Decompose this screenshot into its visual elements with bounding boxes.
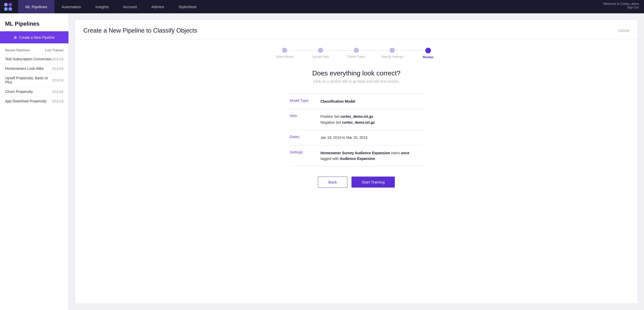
step-upload-sets[interactable]: Upload Sets: [303, 48, 338, 59]
review-content: Does everything look correct? Click on a…: [75, 64, 638, 304]
pipeline-date: 2/11/19: [52, 90, 63, 94]
sidebar: ML Pipelines ⊕ Create a New Pipeline Rec…: [0, 13, 69, 310]
logo-dot-1: [4, 3, 8, 6]
settings-tag: Audience Expansion: [340, 157, 375, 161]
sets-line-1: Positive Set cortex_demo.txt.gz: [320, 114, 375, 119]
nav-ml-pipelines[interactable]: ML Pipelines: [18, 0, 54, 13]
step-circle-specify-settings: [390, 48, 395, 53]
step-line-1: [285, 50, 320, 51]
back-button[interactable]: Back: [318, 177, 347, 188]
pipeline-name: Homeowners Look Alike: [5, 66, 44, 71]
pipeline-card: Create a New Pipeline to Classify Object…: [75, 20, 638, 304]
review-row-model-type: Model Type: Classification Model: [290, 94, 423, 109]
card-title: Create a New Pipeline to Classify Object…: [83, 27, 197, 34]
review-subtext: Click on a section title to go back and …: [96, 79, 617, 83]
pipeline-name: Test Subscription Conversion: [5, 57, 52, 61]
step-label-define-dates: Define Dates: [347, 55, 365, 59]
settings-line-1: Homeowner Survey Audience Expansion trai…: [320, 150, 409, 156]
logo: [4, 3, 12, 11]
review-label-dates[interactable]: Dates:: [290, 135, 320, 139]
review-value-settings: Homeowner Survey Audience Expansion trai…: [320, 150, 409, 162]
step-specify-settings[interactable]: Specify Settings: [374, 48, 410, 59]
logo-dot-4: [8, 7, 12, 11]
logo-dots: [4, 3, 12, 11]
step-circle-upload-sets: [318, 48, 323, 53]
topnav-user-info: Welcome to Cortex, demo Sign Out: [603, 2, 639, 9]
step-line-2: [320, 50, 356, 51]
step-label-review: Review: [423, 55, 433, 59]
pipeline-date: 2/11/19: [52, 99, 63, 103]
pipeline-name: App Download Propensity: [5, 99, 46, 103]
review-value-sets: Positive Set cortex_demo.txt.gz Negative…: [320, 114, 375, 125]
nav-stylesheet[interactable]: Stylesheet: [171, 0, 204, 13]
main-content: Create a New Pipeline to Classify Object…: [69, 13, 644, 310]
sets-line-2: Negative Set cortex_demo.txt.gz: [320, 120, 375, 125]
nav-admins[interactable]: Admins: [144, 0, 171, 13]
card-header: Create a New Pipeline to Classify Object…: [75, 20, 638, 40]
nav-insights[interactable]: Insights: [88, 0, 116, 13]
sidebar-headers: Recent Pipelines Last Trained: [0, 43, 68, 54]
review-table: Model Type: Classification Model Sets: P…: [290, 94, 423, 166]
review-label-settings[interactable]: Settings:: [290, 150, 320, 154]
step-circle-review: [425, 48, 431, 53]
pipeline-date: 2/11/19: [52, 78, 63, 82]
settings-name: Homeowner Survey Audience Expansion: [320, 151, 390, 155]
list-item[interactable]: Homeowners Look Alike 2/11/19: [0, 64, 68, 73]
settings-frequency: once: [401, 151, 409, 155]
review-row-settings: Settings: Homeowner Survey Audience Expa…: [290, 146, 423, 167]
start-training-button[interactable]: Start Training: [351, 177, 395, 188]
topnav: ML Pipelines Automation Insights Account…: [0, 0, 644, 13]
step-line-3: [356, 50, 392, 51]
review-row-sets: Sets: Positive Set cortex_demo.txt.gz Ne…: [290, 109, 423, 130]
last-trained-header: Last Trained: [45, 49, 63, 52]
review-label-model-type[interactable]: Model Type:: [290, 99, 320, 103]
main-layout: ML Pipelines ⊕ Create a New Pipeline Rec…: [0, 13, 644, 310]
list-item[interactable]: Test Subscription Conversion 2/21/19: [0, 54, 68, 64]
step-line-4: [392, 50, 428, 51]
button-row: Back Start Training: [96, 166, 617, 196]
logo-dot-2: [8, 3, 12, 6]
step-circle-define-dates: [354, 48, 359, 53]
review-value-model-type: Classification Model: [320, 99, 355, 104]
sidebar-title: ML Pipelines: [0, 13, 68, 31]
step-label-select-model: Select Model: [276, 55, 293, 59]
settings-line-2: tagged with Audience Expansion: [320, 156, 409, 161]
step-select-model[interactable]: Select Model: [267, 48, 303, 59]
review-heading: Does everything look correct?: [96, 69, 617, 77]
logo-dot-3: [4, 7, 8, 11]
step-review[interactable]: Review: [410, 48, 446, 59]
pipeline-name: Churn Propensity: [5, 90, 33, 94]
list-item[interactable]: Upsell Propensity: Basic to Plus 2/11/19: [0, 73, 68, 87]
model-type-value: Classification Model: [320, 99, 355, 103]
recent-header: Recent Pipelines: [5, 49, 30, 52]
step-label-specify-settings: Specify Settings: [381, 55, 403, 59]
create-btn-label: Create a New Pipeline: [19, 35, 55, 40]
signout-link[interactable]: Sign Out: [627, 6, 639, 9]
topnav-links: ML Pipelines Automation Insights Account…: [18, 0, 640, 13]
step-circle-select-model: [282, 48, 287, 53]
pipeline-date: 2/21/19: [52, 57, 63, 61]
plus-icon: ⊕: [14, 35, 17, 40]
cancel-button[interactable]: Cancel: [618, 28, 629, 33]
sets-positive-filename: cortex_demo.txt.gz: [340, 114, 373, 119]
create-new-pipeline-button[interactable]: ⊕ Create a New Pipeline: [0, 31, 68, 43]
nav-account[interactable]: Account: [116, 0, 144, 13]
sets-negative-filename: cortex_demo.txt.gz: [342, 120, 375, 124]
step-label-upload-sets: Upload Sets: [312, 55, 329, 59]
pipeline-name: Upsell Propensity: Basic to Plus: [5, 76, 52, 84]
nav-automation[interactable]: Automation: [54, 0, 88, 13]
recent-pipelines-section: Recent Pipelines Last Trained Test Subsc…: [0, 43, 68, 106]
review-label-sets[interactable]: Sets:: [290, 114, 320, 118]
list-item[interactable]: App Download Propensity 2/11/19: [0, 96, 68, 106]
list-item[interactable]: Churn Propensity 2/11/19: [0, 87, 68, 96]
review-row-dates: Dates: Jan 19, 2019 to Mar 20, 2019: [290, 130, 423, 145]
step-define-dates[interactable]: Define Dates: [338, 48, 374, 59]
steps-container: Select Model Upload Sets Define Dates: [75, 40, 638, 64]
review-value-dates: Jan 19, 2019 to Mar 20, 2019: [320, 135, 367, 140]
pipeline-date: 2/11/19: [52, 67, 63, 71]
welcome-text: Welcome to Cortex, demo: [603, 2, 639, 6]
steps: Select Model Upload Sets Define Dates: [267, 48, 446, 59]
